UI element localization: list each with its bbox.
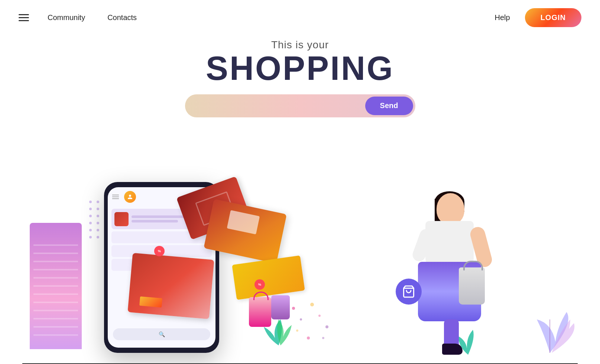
phone-card-thumbnail (114, 212, 129, 226)
hero-title: SHOPPING (0, 51, 600, 86)
person-illustration (414, 193, 489, 353)
hero-subtitle: This is your (0, 39, 600, 51)
svg-point-8 (307, 337, 310, 339)
person-shoe (442, 344, 463, 355)
cart-icon-circle (396, 279, 422, 305)
svg-point-2 (292, 307, 295, 310)
phone-card-line-short (132, 220, 178, 222)
nav-item-contacts[interactable]: Contacts (107, 13, 137, 22)
phone-search-bar: 🔍 (113, 328, 210, 340)
svg-point-9 (322, 337, 324, 339)
help-link[interactable]: Help (495, 13, 510, 22)
person-shopping-bag (459, 267, 485, 305)
nav-right: Help LOGIN (495, 8, 581, 27)
price-tag-2: % (254, 279, 265, 290)
building-left (30, 223, 82, 349)
phone-search-icon: 🔍 (159, 331, 165, 337)
hero-section: This is your SHOPPING (0, 39, 600, 86)
search-section: Send (0, 94, 600, 117)
teal-plant-left (260, 316, 297, 349)
svg-point-3 (300, 318, 302, 321)
package-2-label (227, 210, 260, 235)
package-4 (127, 253, 214, 319)
svg-point-5 (318, 315, 321, 317)
community-link[interactable]: Community (48, 13, 85, 22)
send-button[interactable]: Send (365, 97, 413, 115)
price-tag-1: % (154, 246, 165, 256)
search-bar-wrap: Send (185, 94, 415, 117)
nav-links: Community Contacts (48, 13, 137, 22)
contacts-link[interactable]: Contacts (107, 13, 137, 22)
login-button[interactable]: LOGIN (525, 8, 581, 27)
phone-avatar (124, 191, 136, 203)
person-head (437, 193, 464, 225)
navbar: Community Contacts Help LOGIN (0, 0, 600, 35)
package-3 (232, 256, 305, 300)
hamburger-menu[interactable] (19, 14, 29, 21)
plant-right (522, 282, 578, 357)
illustration-section: ✕ 🔍 % % (0, 171, 600, 364)
svg-point-4 (310, 303, 314, 306)
cart-icon (402, 285, 415, 298)
svg-point-6 (325, 325, 328, 328)
phone-menu-lines (112, 195, 119, 199)
nav-item-community[interactable]: Community (48, 13, 85, 22)
